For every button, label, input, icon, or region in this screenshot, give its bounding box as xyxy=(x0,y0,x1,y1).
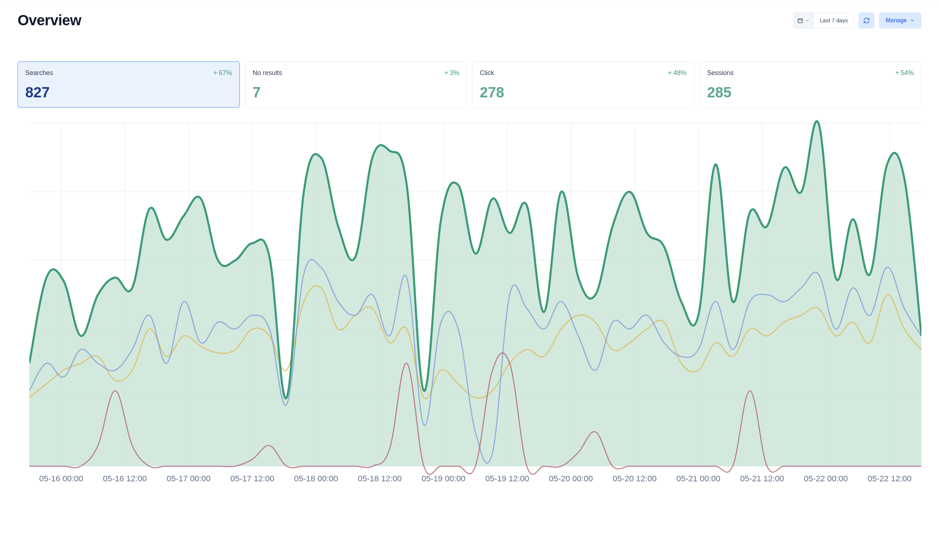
svg-text:05-21 12:00: 05-21 12:00 xyxy=(740,474,784,483)
metric-value: 7 xyxy=(253,84,459,101)
metric-trend: 54% xyxy=(895,69,914,77)
arrow-up-icon xyxy=(213,71,218,76)
metric-trend-value: 67% xyxy=(219,69,232,77)
chevron-down-icon xyxy=(910,18,915,23)
metric-value: 827 xyxy=(25,84,232,101)
page-title: Overview xyxy=(18,12,81,29)
svg-rect-0 xyxy=(798,18,802,23)
metric-card-searches[interactable]: Searches 67% 827 xyxy=(18,62,240,108)
metric-cards: Searches 67% 827 No results 3% 7 Click xyxy=(18,62,921,108)
metric-value: 278 xyxy=(480,84,687,101)
calendar-toggle[interactable] xyxy=(794,13,814,28)
svg-text:05-17 00:00: 05-17 00:00 xyxy=(167,474,211,483)
metric-trend: 3% xyxy=(444,69,459,77)
metric-trend: 67% xyxy=(213,69,232,77)
metric-label: Searches xyxy=(25,69,53,77)
metric-label: No results xyxy=(253,69,282,77)
metric-label: Click xyxy=(480,69,494,77)
refresh-icon xyxy=(863,17,870,24)
svg-text:05-18 12:00: 05-18 12:00 xyxy=(358,474,402,483)
svg-text:05-16 12:00: 05-16 12:00 xyxy=(103,474,147,483)
metric-card-clicks[interactable]: Click 48% 278 xyxy=(472,62,694,108)
calendar-icon xyxy=(797,18,803,23)
metric-card-noresults[interactable]: No results 3% 7 xyxy=(245,62,467,108)
overview-chart: 05-16 00:0005-16 12:0005-17 00:0005-17 1… xyxy=(29,116,921,487)
svg-text:05-20 12:00: 05-20 12:00 xyxy=(613,474,657,483)
date-range-label: Last 7 days xyxy=(814,13,854,28)
manage-button[interactable]: Manage xyxy=(879,12,921,29)
svg-text:05-22 12:00: 05-22 12:00 xyxy=(868,474,911,483)
metric-trend-value: 48% xyxy=(673,69,686,77)
svg-text:05-20 00:00: 05-20 00:00 xyxy=(549,474,593,483)
page-header: Overview Last 7 days xyxy=(18,12,921,29)
arrow-up-icon xyxy=(444,71,449,76)
metric-trend-value: 3% xyxy=(450,69,459,77)
svg-text:05-18 00:00: 05-18 00:00 xyxy=(294,474,338,483)
date-range-picker[interactable]: Last 7 days xyxy=(793,12,854,29)
metric-value: 285 xyxy=(707,84,914,101)
header-controls: Last 7 days Manage xyxy=(793,12,921,29)
metric-trend: 48% xyxy=(667,69,686,77)
svg-text:05-19 00:00: 05-19 00:00 xyxy=(421,474,466,483)
arrow-up-icon xyxy=(667,71,672,76)
chevron-down-icon xyxy=(805,18,810,23)
metric-trend-value: 54% xyxy=(900,69,914,77)
svg-text:05-17 12:00: 05-17 12:00 xyxy=(230,474,274,483)
metric-label: Sessions xyxy=(707,69,734,77)
manage-button-label: Manage xyxy=(885,17,907,24)
svg-text:05-22 00:00: 05-22 00:00 xyxy=(804,474,848,483)
svg-text:05-16 00:00: 05-16 00:00 xyxy=(39,474,83,483)
svg-text:05-19 12:00: 05-19 12:00 xyxy=(485,474,529,483)
svg-text:05-21 00:00: 05-21 00:00 xyxy=(677,474,720,483)
arrow-up-icon xyxy=(895,71,900,76)
metric-card-sessions[interactable]: Sessions 54% 285 xyxy=(700,62,922,108)
refresh-button[interactable] xyxy=(859,12,874,29)
